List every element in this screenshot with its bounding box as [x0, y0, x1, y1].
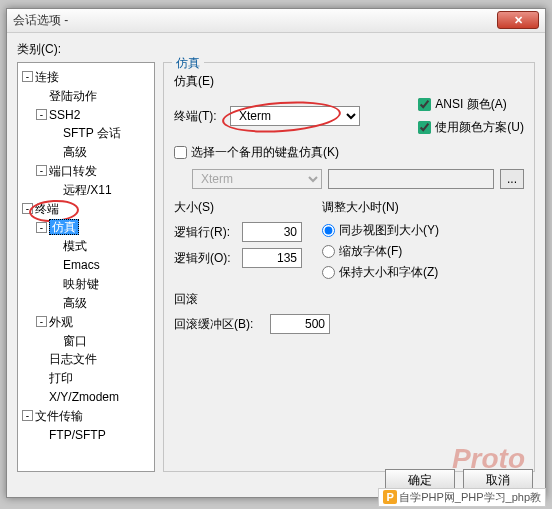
category-label: 类别(C):: [17, 41, 535, 58]
tree-print[interactable]: 打印: [49, 371, 73, 385]
scrollback-label: 回滚缓冲区(B):: [174, 316, 264, 333]
p-icon: P: [383, 490, 397, 504]
ansi-color-check[interactable]: ANSI 颜色(A): [418, 96, 524, 113]
footer-badge: P自学PHP网_PHP学习_php教: [378, 488, 546, 507]
session-options-dialog: 会话选项 - ✕ 类别(C): -连接 登陆动作 -SSH2 SFTP 会话 高…: [6, 8, 546, 498]
color-scheme-check[interactable]: 使用颜色方案(U): [418, 119, 524, 136]
cols-input[interactable]: [242, 248, 302, 268]
tree-filetrans[interactable]: 文件传输: [35, 409, 83, 423]
tree-login[interactable]: 登陆动作: [49, 89, 97, 103]
tree-advanced[interactable]: 高级: [63, 145, 87, 159]
tree-connection[interactable]: 连接: [35, 70, 59, 84]
tree-mode[interactable]: 模式: [63, 239, 87, 253]
alt-keyboard-path: [328, 169, 494, 189]
expand-icon[interactable]: -: [36, 316, 47, 327]
resize-sync-radio[interactable]: 同步视图到大小(Y): [322, 222, 439, 239]
tree-emacs[interactable]: Emacs: [63, 258, 100, 272]
tree-logfile[interactable]: 日志文件: [49, 352, 97, 366]
rows-label: 逻辑行(R):: [174, 224, 236, 241]
alt-keyboard-check[interactable]: 选择一个备用的键盘仿真(K): [174, 144, 339, 161]
alt-keyboard-select: Xterm: [192, 169, 322, 189]
expand-icon[interactable]: -: [36, 109, 47, 120]
expand-icon[interactable]: -: [22, 410, 33, 421]
tree-window[interactable]: 窗口: [63, 333, 87, 347]
cols-label: 逻辑列(O):: [174, 250, 236, 267]
tree-appearance[interactable]: 外观: [49, 315, 73, 329]
expand-icon[interactable]: -: [22, 71, 33, 82]
resize-title: 调整大小时(N): [322, 199, 439, 216]
window-title: 会话选项 -: [13, 12, 68, 29]
tree-remotex11[interactable]: 远程/X11: [63, 183, 112, 197]
tree-xyz[interactable]: X/Y/Zmodem: [49, 390, 119, 404]
terminal-label: 终端(T):: [174, 108, 224, 125]
tree-ssh2[interactable]: SSH2: [49, 107, 80, 121]
resize-keep-radio[interactable]: 保持大小和字体(Z): [322, 264, 439, 281]
expand-icon[interactable]: -: [36, 165, 47, 176]
tree-portfwd[interactable]: 端口转发: [49, 164, 97, 178]
tree-terminal[interactable]: 终端: [35, 202, 59, 216]
scrollback-input[interactable]: [270, 314, 330, 334]
resize-zoom-radio[interactable]: 缩放字体(F): [322, 243, 439, 260]
tree-advanced2[interactable]: 高级: [63, 296, 87, 310]
tree-emulation-selected[interactable]: 仿真: [49, 219, 79, 235]
close-icon: ✕: [514, 14, 523, 27]
scrollback-title: 回滚: [174, 291, 524, 308]
close-button[interactable]: ✕: [497, 11, 539, 29]
titlebar: 会话选项 - ✕: [7, 9, 545, 33]
category-tree[interactable]: -连接 登陆动作 -SSH2 SFTP 会话 高级 -端口转发: [17, 62, 155, 472]
expand-icon[interactable]: -: [22, 203, 33, 214]
tree-mapkey[interactable]: 映射键: [63, 277, 99, 291]
size-title: 大小(S): [174, 199, 302, 216]
browse-button[interactable]: ...: [500, 169, 524, 189]
terminal-select[interactable]: Xterm: [230, 106, 360, 126]
panel-title: 仿真: [172, 55, 204, 72]
expand-icon[interactable]: -: [36, 222, 47, 233]
tree-ftpsftp[interactable]: FTP/SFTP: [49, 428, 106, 442]
tree-sftp[interactable]: SFTP 会话: [63, 126, 121, 140]
rows-input[interactable]: [242, 222, 302, 242]
emu-section-label: 仿真(E): [174, 73, 524, 90]
